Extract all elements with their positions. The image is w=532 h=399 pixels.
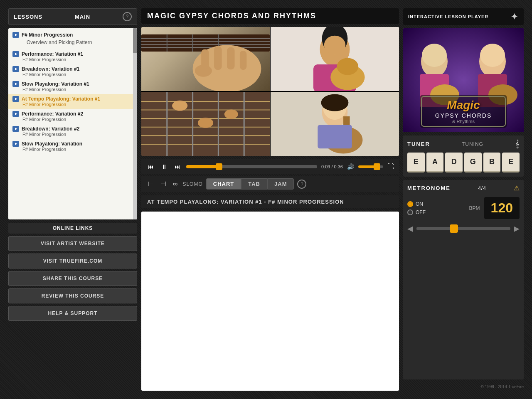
metro-slider-container: ◀ ▶ — [407, 224, 520, 233]
radio-on-dot[interactable] — [407, 201, 413, 207]
bpm-value: 120 — [484, 197, 520, 219]
scrollbar[interactable] — [133, 28, 137, 219]
online-links-title: ONLINE LINKS — [8, 223, 137, 234]
tuner-key-a[interactable]: A — [426, 153, 444, 172]
svg-point-33 — [198, 118, 213, 128]
help-support-button[interactable]: HELP & SUPPORT — [8, 306, 137, 321]
jam-tab[interactable]: JAM — [267, 178, 294, 190]
radio-on[interactable]: ON — [407, 201, 426, 207]
tuner-title: TUNER — [407, 141, 430, 147]
metronome-controls: ON OFF BPM 120 — [407, 197, 520, 219]
share-course-button[interactable]: SHARE THIS COURSE — [8, 271, 137, 286]
lesson-subtitle: F# Minor Progression — [12, 147, 133, 152]
metro-slider-thumb[interactable] — [450, 224, 458, 233]
course-title: Magic — [403, 98, 524, 112]
course-image: Magic GYPSY CHORDS & Rhythms — [403, 28, 524, 132]
svg-rect-12 — [240, 51, 246, 70]
list-item[interactable]: F# Minor Progression Overview and Pickin… — [8, 30, 137, 49]
tab-tab[interactable]: TAB — [241, 178, 267, 190]
scrollbar-thumb[interactable] — [133, 28, 137, 53]
lesson-subtitle: F# Minor Progression — [12, 87, 133, 92]
tuner-keys: E A D G B E — [407, 153, 520, 172]
lesson-subtitle: F# Minor Progression — [12, 117, 133, 122]
lessons-list[interactable]: F# Minor Progression Overview and Pickin… — [8, 28, 137, 219]
video-cell-top-left — [141, 27, 270, 91]
video-cell-bottom-right — [271, 92, 399, 156]
lessons-header: LESSONS MAIN ? — [8, 8, 137, 25]
radio-off[interactable]: OFF — [407, 209, 426, 215]
time-display: 0:09 / 0:36 — [321, 164, 343, 169]
svg-rect-10 — [214, 47, 222, 70]
bpm-label: BPM — [469, 205, 480, 211]
loop-icon[interactable]: ∞ — [171, 180, 179, 189]
video-cell-bottom-left — [141, 92, 270, 156]
rewind-button[interactable]: ⏮ — [146, 163, 155, 171]
visit-artist-button[interactable]: VISIT ARTIST WEBSITE — [8, 236, 137, 251]
video-title: MAGIC GYPSY CHORDS AND RHYTHMS — [141, 8, 399, 24]
lesson-video-icon — [12, 141, 19, 147]
metronome-warning-icon: ⚠ — [514, 184, 520, 192]
center-panel: MAGIC GYPSY CHORDS AND RHYTHMS — [141, 8, 399, 391]
svg-point-44 — [422, 44, 447, 67]
list-item[interactable]: Breakdown: Variation #2 F# Minor Progres… — [8, 124, 137, 139]
svg-rect-41 — [318, 125, 352, 149]
volume-icon[interactable]: 🔊 — [347, 163, 354, 170]
slider-right-arrow[interactable]: ▶ — [514, 224, 520, 233]
list-item[interactable]: At Tempo Playalong: Variation #1 F# Mino… — [8, 94, 137, 109]
lesson-subtitle: Overview and Picking Pattern — [12, 38, 133, 47]
pause-button[interactable]: ⏸ — [160, 163, 169, 171]
lesson-title: F# Minor Progression — [22, 32, 73, 38]
right-panel: INTERACTIVE LESSON PLAYER ✦ — [403, 8, 524, 391]
metro-slider[interactable] — [416, 227, 510, 230]
lesson-title: At Tempo Playalong: Variation #1 — [22, 96, 100, 102]
metronome-title: METRONOME — [407, 185, 451, 191]
progress-thumb[interactable] — [216, 163, 222, 170]
svg-rect-0 — [141, 34, 270, 52]
video-toolbar: ⊢ ⊣ ∞ SLOMO CHART TAB JAM ? — [141, 176, 399, 192]
course-image-overlay: Magic GYPSY CHORDS & Rhythms — [403, 98, 524, 124]
video-controls: ⏮ ⏸ ⏭ 0:09 / 0:36 🔊 ⛶ — [141, 159, 399, 174]
slomo-label: SLOMO — [182, 181, 202, 187]
tuner-key-e1[interactable]: E — [407, 153, 425, 172]
lesson-subtitle: F# Minor Progression — [12, 72, 133, 77]
list-item[interactable]: Performance: Variation #2 F# Minor Progr… — [8, 109, 137, 124]
tuner-key-e2[interactable]: E — [502, 153, 520, 172]
list-item[interactable]: Slow Playalong: Variation #1 F# Minor Pr… — [8, 79, 137, 94]
ilp-logo-icon: ✦ — [511, 12, 519, 22]
chart-tab[interactable]: CHART — [206, 178, 241, 190]
lesson-subtitle: F# Minor Progression — [12, 57, 133, 62]
tuner-section: TUNER TUNING 𝄞 E A D G B E — [403, 135, 524, 177]
tuner-key-b[interactable]: B — [483, 153, 501, 172]
tuner-key-g[interactable]: G — [464, 153, 482, 172]
svg-point-34 — [224, 109, 238, 119]
volume-thumb[interactable] — [374, 163, 380, 170]
lesson-video-icon — [12, 32, 19, 38]
radio-group: ON OFF — [407, 201, 426, 215]
lessons-label: LESSONS — [14, 14, 42, 20]
svg-point-48 — [480, 44, 505, 67]
lesson-description: AT TEMPO PLAYALONG: VARIATION #1 - F# MI… — [141, 195, 399, 208]
lesson-subtitle: F# Minor Progression — [12, 132, 133, 137]
step-back-icon[interactable]: ⊣ — [159, 179, 168, 189]
progress-fill — [186, 165, 219, 168]
visit-truefire-button[interactable]: VISIT TRUEFIRE.COM — [8, 254, 137, 268]
metronome-header: METRONOME 4/4 ⚠ — [407, 184, 520, 192]
lesson-title: Breakdown: Variation #1 — [22, 66, 79, 72]
tuner-key-d[interactable]: D — [445, 153, 463, 172]
review-course-button[interactable]: REVIEW THIS COURSE — [8, 288, 137, 303]
step-forward-icon[interactable]: ⊢ — [146, 179, 155, 189]
list-item[interactable]: Slow Playalong: Variation F# Minor Progr… — [8, 139, 137, 154]
progress-bar[interactable] — [186, 165, 317, 168]
video-cell-top-right — [271, 27, 399, 91]
fast-forward-button[interactable]: ⏭ — [173, 163, 182, 171]
volume-bar[interactable] — [358, 165, 383, 168]
fullscreen-button[interactable]: ⛶ — [387, 163, 394, 170]
help-icon[interactable]: ? — [123, 12, 132, 21]
list-item[interactable]: Breakdown: Variation #1 F# Minor Progres… — [8, 64, 137, 79]
slider-left-arrow[interactable]: ◀ — [407, 224, 413, 233]
ilp-label: INTERACTIVE LESSON PLAYER — [408, 14, 488, 19]
toolbar-help-icon[interactable]: ? — [297, 180, 306, 189]
list-item[interactable]: Performance: Variation #1 F# Minor Progr… — [8, 49, 137, 64]
lesson-video-icon — [12, 81, 19, 87]
radio-off-dot[interactable] — [407, 209, 413, 215]
